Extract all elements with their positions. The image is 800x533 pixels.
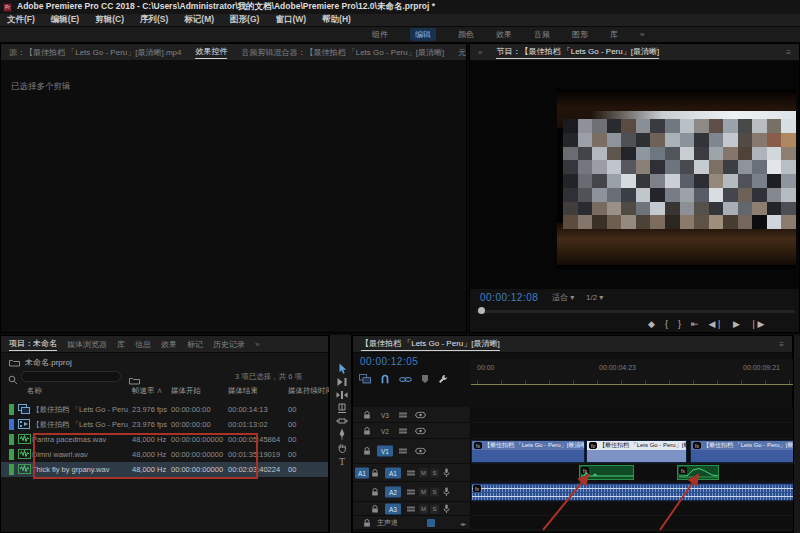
selection-tool[interactable] (335, 363, 349, 375)
timeline-ruler[interactable]: 00:0000:00:04:2300:00:09:21 (471, 359, 794, 385)
menu-item-7[interactable]: 帮助(H) (322, 14, 351, 26)
tab-source[interactable]: 源：【最佳拍档 「Lets Go - Peru」[最清晰].mp4 (9, 47, 181, 58)
workspace-tab-3[interactable]: 效果 (496, 29, 512, 40)
toggle-track-output-icon[interactable] (415, 411, 426, 418)
tab-project-3[interactable]: 信息 (135, 339, 151, 350)
overflow-chevron-icon[interactable]: » (255, 340, 259, 349)
track-lock-icon[interactable] (363, 410, 371, 419)
timeline-timecode[interactable]: 00:00:12:05 (360, 356, 418, 367)
title-bar[interactable]: Pr Adobe Premiere Pro CC 2018 - C:\Users… (0, 0, 800, 14)
label-color-chip[interactable] (9, 464, 14, 475)
mute-button[interactable]: M (419, 468, 428, 477)
label-color-chip[interactable] (9, 404, 14, 415)
label-color-chip[interactable] (9, 419, 14, 430)
razor-tool[interactable] (335, 402, 349, 414)
tab-audio-clip-mixer[interactable]: 音频剪辑混合器：【最佳拍档 「Lets Go - Peru」[最清晰] (241, 47, 444, 58)
track-target-a3[interactable]: A3 (385, 503, 401, 514)
column-framerate[interactable]: 帧速率 ∧ (132, 386, 163, 396)
step-back-button[interactable]: ◀❘ (709, 319, 723, 329)
tab-project-4[interactable]: 效果 (161, 339, 177, 350)
sync-lock-icon[interactable] (399, 411, 407, 419)
track-header-a2[interactable]: A2MS (353, 482, 471, 502)
workspace-tab-0[interactable]: 组件 (372, 29, 388, 40)
track-target-v1[interactable]: V1 (377, 446, 393, 457)
solo-button[interactable]: S (430, 468, 439, 477)
track-lock-icon[interactable] (363, 426, 371, 435)
workspace-tab-5[interactable]: 图形 (572, 29, 588, 40)
timeline-settings-button[interactable] (438, 370, 448, 388)
track-header-a3[interactable]: A3MS (353, 502, 471, 516)
menu-item-6[interactable]: 窗口(W) (275, 14, 306, 26)
toggle-track-output-icon[interactable] (415, 448, 426, 455)
slip-tool[interactable] (335, 415, 349, 427)
zoom-fit-dropdown[interactable]: 适合 ▾ (552, 292, 574, 303)
workspace-tab-2[interactable]: 颜色 (458, 29, 474, 40)
tab-project-0[interactable]: 项目：未命名 (9, 338, 57, 351)
mute-button[interactable]: M (419, 487, 428, 496)
label-color-chip[interactable] (9, 449, 14, 460)
voiceover-record-icon[interactable] (443, 487, 450, 497)
sync-lock-icon[interactable] (407, 488, 415, 496)
mark-in-button[interactable]: { (665, 319, 668, 329)
track-header-a1[interactable]: A1A1MS (353, 464, 471, 482)
snap-toggle[interactable] (380, 370, 390, 388)
program-timecode[interactable]: 00:00:12:08 (480, 292, 538, 303)
voiceover-record-icon[interactable] (443, 468, 450, 478)
track-lock-icon[interactable] (363, 518, 371, 527)
sfx-audio-clip-2[interactable]: fx (677, 465, 719, 480)
source-patch-a1[interactable]: A1 (355, 467, 369, 478)
project-row-1[interactable]: 【最佳拍档 「Lets Go - Peru」[最清晰].mp423.976 fp… (1, 417, 328, 432)
video-clip-3[interactable]: fx【最佳拍档 「Lets Go - Peru」[最清晰] (690, 440, 794, 463)
sync-lock-icon[interactable] (399, 427, 407, 435)
tab-program[interactable]: 节目：【最佳拍档 「Lets Go - Peru」[最清晰] (496, 46, 659, 59)
track-lock-icon[interactable] (363, 447, 371, 456)
solo-button[interactable]: S (430, 487, 439, 496)
project-search-input[interactable] (21, 371, 121, 382)
workspace-tab-1[interactable]: 编辑 (410, 28, 436, 41)
menu-item-4[interactable]: 标记(M) (184, 14, 214, 26)
solo-button[interactable]: S (430, 504, 439, 513)
play-button[interactable]: ▶ (733, 319, 740, 329)
track-content-master[interactable] (471, 516, 794, 530)
timeline-panel-menu-icon[interactable]: ≡ (779, 340, 784, 349)
ripple-edit-tool[interactable] (335, 389, 349, 401)
column-media-duration[interactable]: 媒体持续时间 (288, 386, 333, 396)
project-row-0[interactable]: 【最佳拍档 「Lets Go - Peru」[最清晰]23.976 fps00:… (1, 402, 328, 417)
program-playhead-knob[interactable] (478, 307, 485, 314)
step-forward-button[interactable]: ❘▶ (750, 319, 764, 329)
tab-project-1[interactable]: 媒体浏览器 (67, 339, 107, 350)
track-lock-icon[interactable] (371, 504, 379, 513)
menu-item-0[interactable]: 文件(F) (7, 14, 35, 26)
insert-nest-sequence-button[interactable] (359, 370, 371, 388)
workspace-tab-6[interactable]: 库 (610, 29, 618, 40)
column-media-start[interactable]: 媒体开始 (171, 386, 201, 396)
label-color-chip[interactable] (9, 434, 14, 445)
add-marker-button[interactable]: ◆ (648, 319, 655, 329)
master-collapse-icon[interactable]: ◂▸ (460, 519, 466, 526)
tab-project-6[interactable]: 历史记录 (213, 339, 245, 350)
sfx-audio-clip-1[interactable]: fx (579, 465, 634, 480)
track-content-a3[interactable] (471, 502, 794, 516)
add-marker-button[interactable] (421, 370, 429, 388)
menu-item-5[interactable]: 图形(G) (230, 14, 259, 26)
track-target-a2[interactable]: A2 (385, 486, 401, 497)
voiceover-record-icon[interactable] (443, 504, 450, 514)
toggle-track-output-icon[interactable] (415, 427, 426, 434)
program-scrubber-track[interactable] (476, 310, 795, 313)
sync-lock-icon[interactable] (399, 447, 407, 455)
track-header-master[interactable]: 主声道◂▸ (353, 516, 471, 530)
track-header-v2[interactable]: V2 (353, 423, 471, 439)
tab-project-2[interactable]: 库 (117, 339, 125, 350)
menu-item-2[interactable]: 剪辑(C) (95, 14, 124, 26)
track-target-v3[interactable]: V3 (377, 409, 393, 420)
tab-effect-controls[interactable]: 效果控件 (195, 46, 227, 59)
track-header-v1[interactable]: V1 (353, 439, 471, 464)
column-media-end[interactable]: 媒体结束 (228, 386, 258, 396)
project-file-row[interactable]: 未命名.prproj (9, 356, 72, 368)
go-to-in-button[interactable]: ⇤ (691, 319, 699, 329)
pen-tool[interactable] (335, 428, 349, 440)
video-clip-2[interactable]: fx【最佳拍档 「Lets Go - Peru」[最清晰] (586, 440, 687, 463)
track-select-forward-tool[interactable] (335, 376, 349, 388)
track-target-v2[interactable]: V2 (377, 425, 393, 436)
playback-resolution-dropdown[interactable]: 1/2 ▾ (586, 293, 603, 302)
